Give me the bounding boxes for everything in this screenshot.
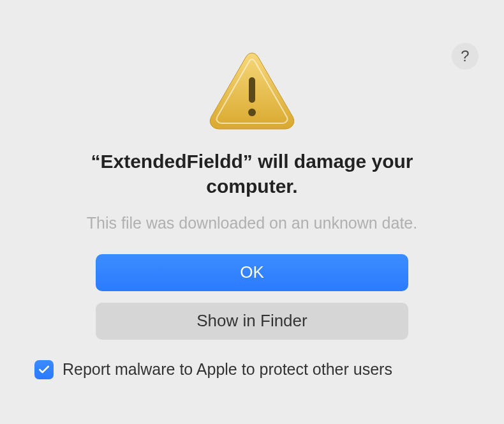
svg-point-1 <box>248 109 256 116</box>
warning-icon <box>207 50 297 131</box>
report-malware-row: Report malware to Apple to protect other… <box>32 360 472 379</box>
alert-dialog: ? “ExtendedFieldd” will damage your comp… <box>6 27 498 397</box>
checkmark-icon <box>38 363 50 376</box>
help-icon: ? <box>461 47 469 65</box>
show-in-finder-button[interactable]: Show in Finder <box>96 303 408 340</box>
help-button[interactable]: ? <box>452 43 478 70</box>
ok-button[interactable]: OK <box>96 254 408 291</box>
warning-icon-wrapper <box>32 50 472 131</box>
report-malware-checkbox[interactable] <box>34 360 54 379</box>
report-malware-label: Report malware to Apple to protect other… <box>63 360 392 379</box>
button-group: OK Show in Finder <box>32 254 472 340</box>
svg-rect-0 <box>249 77 255 103</box>
alert-subtext: This file was downloaded on an unknown d… <box>32 214 472 232</box>
alert-headline: “ExtendedFieldd” will damage your comput… <box>32 149 472 199</box>
